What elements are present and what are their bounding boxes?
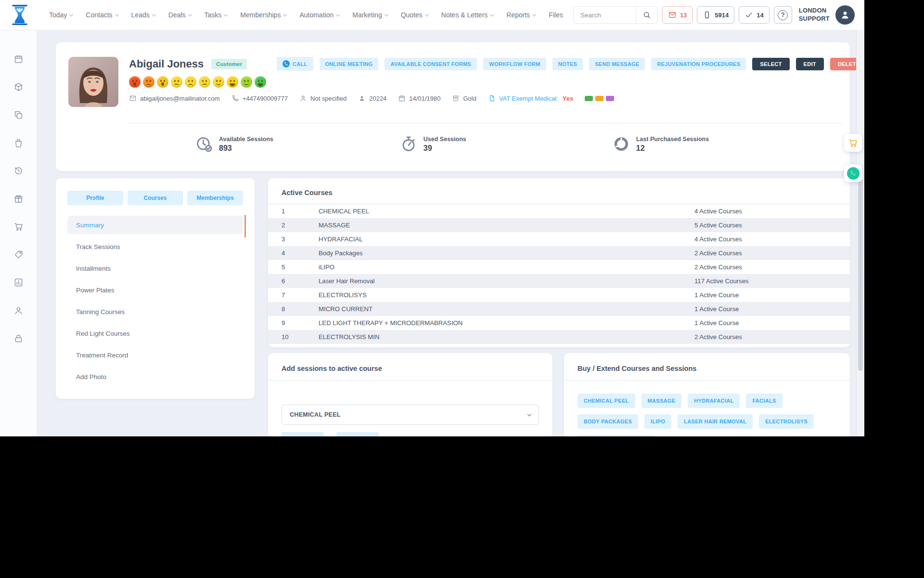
electrolisys-row[interactable]: 7 ELECTROLISYS 1 Active Course bbox=[268, 288, 850, 302]
available-consent-forms-button[interactable]: AVAILABLE CONSENT FORMS bbox=[385, 58, 477, 70]
satisfaction-emoji[interactable] bbox=[227, 76, 238, 88]
summary-menu-item[interactable]: Summary bbox=[67, 216, 243, 234]
calendar-icon[interactable] bbox=[13, 54, 24, 64]
quick-whatsapp-button[interactable] bbox=[844, 164, 862, 182]
gift-icon[interactable] bbox=[13, 194, 24, 204]
quick-cart-button[interactable] bbox=[844, 134, 862, 152]
satisfaction-emoji[interactable] bbox=[129, 76, 141, 88]
phone-icon-field: +447490009777 bbox=[231, 94, 288, 102]
memberships-nav-item[interactable]: Memberships bbox=[240, 11, 286, 19]
help-button[interactable]: ? bbox=[774, 6, 792, 24]
page-scrollbar[interactable] bbox=[856, 30, 864, 436]
color-tag[interactable] bbox=[585, 96, 593, 101]
red-light-courses-menu-item[interactable]: Red Light Courses bbox=[67, 324, 243, 342]
laser-hair-removal-row[interactable]: 6 Laser Hair Removal 117 Active Courses bbox=[268, 274, 850, 288]
track-sessions-menu-item[interactable]: Track Sessions bbox=[67, 237, 243, 256]
satisfaction-emoji[interactable] bbox=[241, 76, 252, 88]
cube-icon[interactable] bbox=[13, 82, 24, 92]
files-nav-item[interactable]: Files bbox=[549, 11, 563, 19]
search-button[interactable] bbox=[636, 6, 658, 24]
satisfaction-emoji[interactable] bbox=[213, 76, 224, 88]
facials-chip[interactable]: FACIALS bbox=[746, 394, 782, 408]
tasks-nav-item[interactable]: Tasks bbox=[205, 11, 228, 19]
online-meeting-button[interactable]: ONLINE MEETING bbox=[320, 58, 379, 70]
rejuvenation-procedures-button[interactable]: REJUVENATION PROCEDURES bbox=[651, 58, 746, 70]
archive-icon-field: Gold bbox=[452, 94, 476, 102]
marketing-nav-item[interactable]: Marketing bbox=[352, 11, 387, 19]
today-nav-item[interactable]: Today bbox=[49, 11, 73, 19]
contacts-nav-item[interactable]: Contacts bbox=[86, 11, 118, 19]
bag-icon[interactable] bbox=[13, 138, 24, 148]
ilipo-chip[interactable]: ILIPO bbox=[644, 414, 671, 429]
reports-nav-item[interactable]: Reports bbox=[506, 11, 536, 19]
user-avatar[interactable] bbox=[835, 5, 855, 25]
electrolysis-min-row[interactable]: 10 ELECTROLYSIS MIN 2 Active Courses bbox=[268, 330, 850, 344]
select-button[interactable]: SELECT bbox=[752, 58, 789, 70]
course-select[interactable]: CHEMICAL PEEL bbox=[282, 405, 539, 425]
edit-button[interactable]: EDIT bbox=[796, 58, 824, 70]
satisfaction-emoji[interactable] bbox=[143, 76, 154, 88]
led-light-therapy-microdermabrasion-row[interactable]: 9 LED LIGHT THERAPY + MICRODERMABRASION … bbox=[268, 316, 850, 330]
tanning-courses-menu-item[interactable]: Tanning Courses bbox=[67, 302, 243, 321]
power-plates-menu-item[interactable]: Power Plates bbox=[67, 281, 243, 299]
app-logo-hourglass-icon[interactable] bbox=[12, 4, 28, 26]
chevron-down-icon bbox=[490, 12, 494, 16]
notes-button[interactable]: NOTES bbox=[552, 58, 583, 70]
hydrafacial-chip[interactable]: HYDRAFACIAL bbox=[688, 394, 740, 408]
installments-menu-item[interactable]: Installments bbox=[67, 259, 243, 277]
treatment-record-menu-item[interactable]: Treatment Record bbox=[67, 346, 243, 364]
cart-icon[interactable] bbox=[13, 222, 24, 232]
buy-extend-title: Buy / Extend Courses and Sessions bbox=[578, 353, 836, 380]
deals-nav-item[interactable]: Deals bbox=[168, 11, 192, 19]
panel-scrollbar[interactable] bbox=[244, 215, 246, 237]
micro-current-row[interactable]: 8 MICRO CURRENT 1 Active Course bbox=[268, 302, 850, 316]
call-button[interactable]: CALL bbox=[277, 57, 313, 71]
search-input[interactable] bbox=[573, 6, 636, 24]
workflow-form-button[interactable]: WORKFLOW FORM bbox=[483, 58, 546, 70]
courses-tab[interactable]: Courses bbox=[128, 191, 183, 205]
massage-chip[interactable]: MASSAGE bbox=[642, 394, 682, 408]
add-sessions-secondary-button[interactable] bbox=[336, 432, 379, 436]
lock-icon[interactable] bbox=[13, 333, 24, 343]
hydrafacial-row[interactable]: 3 HYDRAFACIAL 4 Active Courses bbox=[268, 232, 850, 246]
satisfaction-emoji[interactable] bbox=[199, 76, 210, 88]
satisfaction-emoji[interactable] bbox=[157, 76, 168, 88]
massage-row[interactable]: 2 MASSAGE 5 Active Courses bbox=[268, 218, 850, 232]
active-courses-title: Active Courses bbox=[268, 178, 850, 204]
microdermabrasion-chip[interactable]: MICRODERMABRASION bbox=[578, 435, 654, 436]
profile-tab[interactable]: Profile bbox=[67, 191, 123, 205]
donut-icon-stat: Last Purchased Sessions 12 bbox=[612, 135, 709, 153]
color-tag[interactable] bbox=[595, 96, 603, 101]
automation-nav-item[interactable]: Automation bbox=[299, 11, 339, 19]
laser-hair-removal-chip[interactable]: LASER HAIR REMOVAL bbox=[678, 414, 753, 429]
ilipo-row[interactable]: 5 iLIPO 2 Active Courses bbox=[268, 260, 850, 274]
add-photo-menu-item[interactable]: Add Photo bbox=[67, 368, 243, 386]
copy-icon[interactable] bbox=[13, 110, 24, 120]
history-icon[interactable] bbox=[13, 166, 24, 176]
satisfaction-emoji[interactable] bbox=[255, 76, 266, 88]
customer-photo[interactable] bbox=[68, 57, 118, 107]
body-packages-chip[interactable]: BODY PACKAGES bbox=[578, 414, 638, 429]
chevron-down-icon bbox=[527, 412, 531, 416]
add-sessions-submit-button[interactable] bbox=[282, 432, 324, 436]
body-packages-row[interactable]: 4 Body Packages 2 Active Courses bbox=[268, 246, 850, 260]
satisfaction-emoji[interactable] bbox=[185, 76, 196, 88]
leads-nav-item[interactable]: Leads bbox=[131, 11, 155, 19]
quotes-nav-item[interactable]: Quotes bbox=[401, 11, 428, 19]
chemical-peel-chip[interactable]: CHEMICAL PEEL bbox=[578, 394, 635, 408]
chemical-peel-row[interactable]: 1 CHEMICAL PEEL 4 Active Courses bbox=[268, 204, 850, 218]
tasks-badge[interactable]: 14 bbox=[739, 6, 769, 24]
notes-letters-nav-item[interactable]: Notes & Letters bbox=[441, 11, 494, 19]
chart-icon[interactable] bbox=[13, 277, 24, 288]
active-courses-table: 1 CHEMICAL PEEL 4 Active Courses 2 MASSA… bbox=[268, 204, 850, 344]
sms-badge[interactable]: 5914 bbox=[697, 6, 734, 24]
tag-icon[interactable] bbox=[13, 250, 24, 260]
electrolisys-chip[interactable]: ELECTROLISYS bbox=[759, 414, 814, 429]
scrollbar-thumb[interactable] bbox=[858, 178, 863, 371]
support-icon[interactable] bbox=[13, 305, 24, 315]
send-message-button[interactable]: SEND MESSAGE bbox=[589, 58, 645, 70]
messages-badge[interactable]: 13 bbox=[662, 6, 693, 24]
satisfaction-emoji[interactable] bbox=[171, 76, 182, 88]
memberships-tab[interactable]: Memberships bbox=[187, 191, 243, 205]
color-tag[interactable] bbox=[606, 96, 614, 101]
